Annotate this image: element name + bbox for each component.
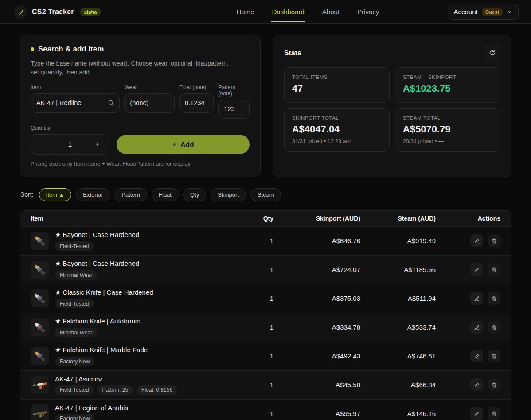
skinport-price-cell: A$724.07 [273,266,360,273]
delete-button[interactable] [488,321,500,334]
float-input[interactable] [179,93,214,113]
sort-chip[interactable]: Steam [250,188,281,201]
quantity-label: Quantity [31,125,109,131]
trash-icon [491,324,497,331]
stat-box: SKINPORT TOTAL A$4047.04 31/31 priced • … [284,108,390,152]
wear-badge: Float: 0.8156 [137,385,177,395]
edit-button[interactable] [470,321,483,334]
qty-cell: 1 [245,381,273,389]
nav-link[interactable]: About [322,1,340,22]
sort-chip[interactable]: Item ▲ [39,188,72,201]
delete-button[interactable] [488,350,500,362]
knife-icon [32,291,48,307]
knife-icon [32,262,48,278]
item-search-input[interactable] [31,93,120,113]
stat-box: STEAM – SKINPORT A$1023.75 [395,67,500,103]
sort-chip[interactable]: Skinport [211,188,246,201]
item-field-label: Item [31,84,120,90]
steam-price-cell: A$511.94 [360,295,436,302]
knife-icon [32,348,48,364]
edit-icon [474,238,480,244]
edit-button[interactable] [470,263,483,276]
badge-row: Minimal Wear [55,328,140,337]
column-header-actions: Actions [436,215,500,222]
sort-chip[interactable]: Exterior [76,188,110,201]
trash-icon [491,267,497,273]
edit-icon [474,411,480,417]
qty-cell: 1 [245,295,273,302]
chevron-down-icon [507,9,512,15]
edit-icon [474,382,480,388]
delete-button[interactable] [488,234,500,247]
table-row: AK-47 | Asiimov Field-TestedPattern: 25F… [20,370,511,399]
delete-button[interactable] [488,292,500,305]
item-name: ★ Bayonet | Case Hardened [55,231,139,239]
sort-chip[interactable]: Float [152,188,179,201]
quantity-increment-button[interactable]: + [86,135,109,154]
table-row: ★ Falchion Knife | Marble Fade Factory N… [20,342,511,370]
qty-cell: 1 [245,410,273,417]
trash-icon [491,353,497,359]
edit-button[interactable] [470,407,483,420]
account-button[interactable]: Account Guest [448,4,519,20]
stats-card: Stats TOTAL ITEMS 47 STEAM – SKIN [273,35,511,177]
stat-box: TOTAL ITEMS 47 [284,67,390,103]
trash-icon [491,382,497,388]
delete-button[interactable] [488,378,500,391]
item-name: ★ Falchion Knife | Autotronic [55,317,140,325]
badge-row: Factory New [55,414,128,420]
stat-box: STEAM TOTAL A$5070.79 20/31 priced • — [395,108,500,152]
account-label: Account [454,8,478,16]
delete-button[interactable] [488,263,500,276]
trash-icon [491,411,497,417]
skinport-price-cell: A$334.78 [273,323,360,331]
edit-button[interactable] [470,234,483,247]
stat-subtext: 31/31 priced • 12:23 am [292,138,382,144]
nav-link[interactable]: Dashboard [271,1,305,22]
pattern-input[interactable] [218,100,249,119]
skinport-price-cell: A$492.43 [273,352,360,360]
search-card-title: Search & add item [38,45,104,54]
refresh-button[interactable] [484,45,500,61]
add-button[interactable]: + Add [117,135,250,154]
column-header-item: Item [31,215,245,222]
qty-cell: 1 [245,237,273,245]
stat-value: 47 [292,83,382,94]
edit-icon [474,267,480,273]
qty-cell: 1 [245,323,273,331]
sort-chip[interactable]: Pattern [114,188,147,201]
skinport-price-cell: A$45.50 [273,381,360,389]
column-header-qty: Qty [245,215,273,222]
nav-link[interactable]: Home [236,1,254,22]
wear-select[interactable] [124,93,175,113]
badge-row: Field-Tested [55,241,139,251]
column-header-steam: Steam (AUD) [360,215,436,222]
refresh-icon [488,49,496,57]
edit-icon [474,296,480,302]
edit-button[interactable] [470,292,483,305]
sort-label: Sort: [20,191,34,198]
items-table: Item Qty Skinport (AUD) Steam (AUD) Acti… [20,210,511,420]
qty-cell: 1 [245,352,273,360]
plus-icon: + [172,140,176,149]
pricing-footnote: Pricing uses only Item name + Wear. Floa… [31,161,250,167]
knife-icon [32,319,48,335]
delete-button[interactable] [488,407,500,420]
qty-cell: 1 [245,266,273,273]
badge-row: Factory New [55,357,148,366]
quantity-value: 1 [54,140,86,148]
steam-price-cell: A$1185.56 [360,266,436,273]
sort-row: Sort: Item ▲ Exterior Pattern Float Qty … [20,188,511,201]
table-row: ★ Falchion Knife | Autotronic Minimal We… [20,313,511,342]
float-field-label: Float (note) [179,84,214,90]
quantity-decrement-button[interactable]: − [31,135,54,154]
steam-price-cell: A$66.84 [360,381,436,389]
nav-link[interactable]: Privacy [357,1,379,22]
table-header-row: Item Qty Skinport (AUD) Steam (AUD) Acti… [20,211,511,226]
steam-price-cell: A$146.16 [360,410,436,417]
edit-button[interactable] [470,350,483,362]
stat-value: A$1023.75 [403,83,492,94]
edit-button[interactable] [470,378,483,391]
skinport-price-cell: A$375.03 [273,295,360,302]
sort-chip[interactable]: Qty [183,188,206,201]
